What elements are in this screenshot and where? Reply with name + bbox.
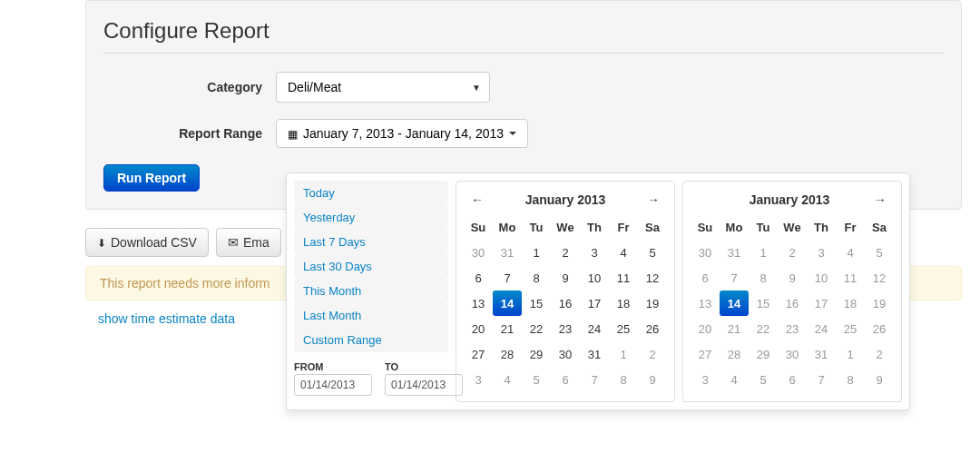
range-row: Report Range January 7, 2013 - January 1…	[103, 119, 944, 148]
daterange-picker: TodayYesterdayLast 7 DaysLast 30 DaysThi…	[286, 172, 910, 326]
run-report-button[interactable]: Run Report	[103, 164, 200, 192]
calendar-day[interactable]: 23	[778, 316, 807, 326]
category-label: Category	[103, 80, 276, 94]
dow-header: Tu	[749, 214, 778, 240]
range-label: Report Range	[103, 126, 276, 141]
calendar-day[interactable]: 31	[720, 240, 749, 265]
calendar-day[interactable]: 12	[638, 265, 667, 291]
calendar-day[interactable]: 18	[836, 291, 865, 316]
range-preset-yesterday[interactable]: Yesterday	[294, 205, 448, 230]
calendar-day[interactable]: 8	[749, 265, 778, 291]
calendar-day[interactable]: 20	[464, 316, 493, 326]
calendar-day[interactable]: 25	[609, 316, 638, 326]
dow-header: Sa	[865, 214, 894, 240]
calendar-day[interactable]: 19	[638, 291, 667, 316]
report-range-button[interactable]: January 7, 2013 - January 14, 2013	[276, 119, 528, 148]
dow-header: Tu	[522, 214, 551, 240]
calendar-day[interactable]: 7	[493, 265, 522, 291]
range-preset-last-month[interactable]: Last Month	[294, 303, 448, 326]
calendar-day[interactable]: 1	[522, 240, 551, 265]
next-month-button[interactable]: →	[868, 191, 892, 209]
calendar-day[interactable]: 2	[778, 240, 807, 265]
next-month-button[interactable]: →	[642, 191, 665, 209]
calendar-day[interactable]: 25	[836, 316, 865, 326]
download-icon	[97, 235, 106, 250]
calendar-day[interactable]: 17	[807, 291, 836, 316]
calendar-day[interactable]: 22	[749, 316, 778, 326]
dow-header: Th	[807, 214, 836, 240]
dow-header: Fr	[836, 214, 865, 240]
calendar-day[interactable]: 10	[580, 265, 609, 291]
calendar-day[interactable]: 3	[580, 240, 609, 265]
calendar-day[interactable]: 5	[638, 240, 667, 265]
dow-header: Su	[464, 214, 493, 240]
calendar-left-table: SuMoTuWeThFrSa 3031123456789101112131415…	[464, 214, 667, 326]
calendar-day[interactable]: 22	[522, 316, 551, 326]
calendar-day[interactable]: 11	[609, 265, 638, 291]
calendar-day[interactable]: 11	[836, 265, 865, 291]
category-select-wrap: Deli/Meat ▼	[276, 72, 490, 103]
calendar-right-table: SuMoTuWeThFrSa 3031123456789101112131415…	[691, 214, 894, 326]
download-label: Download CSV	[111, 235, 197, 250]
calendar-day[interactable]: 6	[464, 265, 493, 291]
calendar-day[interactable]: 8	[522, 265, 551, 291]
calendar-day[interactable]: 24	[580, 316, 609, 326]
calendar-day[interactable]: 12	[865, 265, 894, 291]
calendar-day[interactable]: 21	[493, 316, 522, 326]
calendar-right-header: January 2013 →	[691, 187, 894, 214]
calendar-day[interactable]: 3	[807, 240, 836, 265]
download-csv-button[interactable]: Download CSV	[85, 228, 209, 257]
calendar-day[interactable]: 30	[464, 240, 493, 265]
calendar-day[interactable]: 24	[807, 316, 836, 326]
calendar-day[interactable]: 9	[778, 265, 807, 291]
calendar-day[interactable]: 6	[691, 265, 720, 291]
calendar-icon	[288, 126, 298, 141]
calendar-day[interactable]: 26	[638, 316, 667, 326]
dow-header: Su	[691, 214, 720, 240]
calendar-day[interactable]: 4	[836, 240, 865, 265]
calendar-day[interactable]: 13	[691, 291, 720, 316]
dow-header: Th	[580, 214, 609, 240]
calendar-day[interactable]: 17	[580, 291, 609, 316]
calendar-day[interactable]: 21	[720, 316, 749, 326]
calendar-day[interactable]: 18	[609, 291, 638, 316]
calendar-day[interactable]: 14	[493, 291, 522, 316]
prev-month-button[interactable]: ←	[466, 191, 489, 209]
category-select[interactable]: Deli/Meat	[276, 72, 490, 103]
calendar-left: ← January 2013 → SuMoTuWeThFrSa 30311234…	[456, 181, 675, 326]
range-preset-today[interactable]: Today	[294, 181, 448, 205]
calendar-day[interactable]: 10	[807, 265, 836, 291]
dow-header: Sa	[638, 214, 667, 240]
calendar-day[interactable]: 20	[691, 316, 720, 326]
calendar-day[interactable]: 15	[522, 291, 551, 316]
calendar-day[interactable]: 14	[720, 291, 749, 316]
calendar-day[interactable]: 16	[778, 291, 807, 316]
range-preset-last-30-days[interactable]: Last 30 Days	[294, 254, 448, 279]
calendar-right-title: January 2013	[692, 192, 868, 207]
alert-text: This report needs more inform	[100, 276, 270, 291]
calendar-day[interactable]: 15	[749, 291, 778, 316]
calendar-day[interactable]: 19	[865, 291, 894, 316]
calendar-day[interactable]: 30	[691, 240, 720, 265]
range-preset-last-7-days[interactable]: Last 7 Days	[294, 230, 448, 254]
range-preset-this-month[interactable]: This Month	[294, 279, 448, 303]
email-label: Ema	[243, 235, 270, 250]
calendar-left-header: ← January 2013 →	[464, 187, 667, 214]
calendar-day[interactable]: 26	[865, 316, 894, 326]
show-time-estimate-link[interactable]: show time estimate data	[98, 311, 235, 326]
calendar-day[interactable]: 13	[464, 291, 493, 316]
calendar-day[interactable]: 4	[609, 240, 638, 265]
calendar-day[interactable]: 5	[865, 240, 894, 265]
calendar-day[interactable]: 7	[720, 265, 749, 291]
calendar-day[interactable]: 16	[551, 291, 580, 316]
divider	[103, 53, 944, 54]
page-title: Configure Report	[103, 18, 944, 44]
calendar-day[interactable]: 2	[551, 240, 580, 265]
preset-ranges: TodayYesterdayLast 7 DaysLast 30 DaysThi…	[294, 181, 448, 326]
category-row: Category Deli/Meat ▼	[103, 72, 944, 103]
calendar-day[interactable]: 23	[551, 316, 580, 326]
email-button[interactable]: Ema	[216, 228, 281, 257]
calendar-day[interactable]: 31	[493, 240, 522, 265]
calendar-day[interactable]: 9	[551, 265, 580, 291]
calendar-day[interactable]: 1	[749, 240, 778, 265]
